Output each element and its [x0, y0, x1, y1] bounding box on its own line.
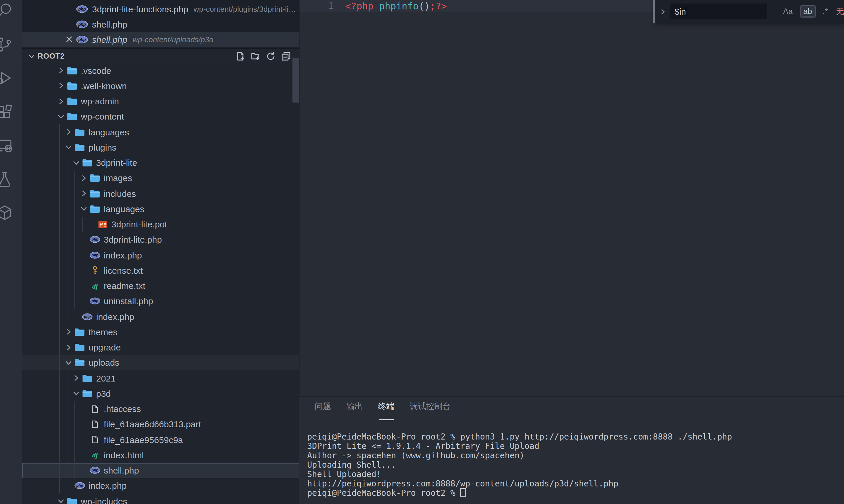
svg-text:P: P [100, 221, 103, 228]
indent-guide [67, 432, 67, 447]
indent-guide [59, 201, 60, 217]
tree-item-uploads[interactable]: uploads [22, 355, 299, 371]
tree-item--htaccess[interactable]: .htaccess [22, 401, 299, 417]
open-editor-item[interactable]: phpshell.php [22, 16, 299, 32]
tree-item-index-php[interactable]: phpindex.php [22, 478, 299, 494]
folder-icon [67, 81, 77, 91]
whole-word-icon[interactable]: ab [800, 5, 815, 18]
tree-item-languages[interactable]: languages [22, 124, 299, 140]
tree-scrollbar[interactable] [292, 58, 299, 103]
tree-item--vscode[interactable]: .vscode [22, 63, 299, 78]
terminal-line: peiqi@PeideMacBook-Pro root2 % [307, 488, 732, 498]
tree-item-license-txt[interactable]: license.txt [22, 263, 299, 278]
terminal-text: 3DPrint Lite <= 1.9.1.4 - Arbitrary File… [307, 441, 539, 451]
open-editor-path: wp-content/plugins/3dprint-li… [194, 4, 296, 13]
regex-icon[interactable]: .* [820, 5, 831, 18]
doc-file-icon [90, 404, 100, 413]
explorer-section-header[interactable]: ROOT2 [22, 48, 299, 63]
indent-guide [59, 371, 60, 386]
chevron-spacer [79, 450, 89, 460]
tree-item-uninstall-php[interactable]: phpuninstall.php [22, 294, 299, 309]
indent-guide [59, 478, 60, 494]
indent-guide [74, 232, 75, 248]
tree-item-p3d[interactable]: p3d [22, 386, 299, 401]
tree-item-wp-includes[interactable]: wp-includes [22, 493, 299, 504]
find-widget-sash[interactable] [653, 0, 655, 23]
tree-item-upgrade[interactable]: upgrade [22, 340, 299, 355]
tree-item-index-php[interactable]: phpindex.php [22, 247, 299, 263]
tree-item-label: images [104, 173, 132, 183]
remote-explorer-icon[interactable] [0, 137, 14, 154]
tree-item-3dprint-lite-pot[interactable]: P3dprint-lite.pot [22, 217, 299, 232]
collapse-all-icon[interactable] [281, 51, 291, 61]
package-box-icon[interactable] [0, 204, 14, 221]
code-token: ; [430, 1, 435, 12]
tree-item-label: uploads [89, 358, 119, 368]
find-options: Aa ab .* [780, 5, 831, 18]
tree-item-plugins[interactable]: plugins [22, 140, 299, 155]
indent-guide [82, 217, 83, 232]
open-editor-item[interactable]: php3dprint-lite-functions.phpwp-content/… [22, 1, 299, 16]
bottom-panel: 问题输出终端调试控制台 peiqi@PeideMacBook-Pro root2… [299, 396, 844, 504]
tree-item-file-61aae95659c9a[interactable]: file_61aae95659c9a [22, 432, 299, 447]
tree-item-images[interactable]: images [22, 170, 299, 186]
panel-tab-问题[interactable]: 问题 [315, 401, 331, 417]
indent-guide [67, 386, 67, 401]
source-control-icon[interactable] [0, 35, 14, 53]
terminal-line: peiqi@PeideMacBook-Pro root2 % python3 1… [307, 432, 732, 441]
chevron-down-icon [64, 358, 73, 367]
find-input[interactable]: $in [670, 3, 767, 19]
indent-guide [74, 463, 75, 478]
tree-item-2021[interactable]: 2021 [22, 371, 299, 386]
tree-item-label: index.php [89, 481, 127, 491]
tree-item--well-known[interactable]: .well-known [22, 78, 299, 94]
folder-icon [67, 112, 77, 121]
search-icon[interactable] [0, 2, 14, 19]
terminal-line: http://peiqiwordpress.com:8888/wp-conten… [307, 479, 732, 488]
tree-item-3dprint-lite[interactable]: 3dprint-lite [22, 155, 299, 170]
open-editor-item[interactable]: phpshell.phpwp-content/uploads/p3d [22, 32, 299, 47]
tree-item-wp-content[interactable]: wp-content [22, 109, 299, 125]
tree-item-wp-admin[interactable]: wp-admin [22, 93, 299, 109]
tree-item-index-php[interactable]: phpindex.php [22, 309, 299, 324]
tree-item-label: file_61aae6d66b313.part [104, 419, 201, 429]
panel-tab-输出[interactable]: 输出 [346, 401, 363, 417]
tree-item-languages[interactable]: languages [22, 201, 299, 217]
new-file-icon[interactable] [236, 51, 245, 61]
new-folder-icon[interactable] [251, 51, 260, 61]
tree-item-label: wp-admin [81, 96, 119, 106]
terminal-text: Uploading Shell... [307, 460, 396, 469]
close-icon[interactable] [65, 35, 74, 44]
panel-tab-终端[interactable]: 终端 [378, 401, 394, 417]
dj-file-icon: dj [90, 450, 100, 460]
activity-bar [0, 0, 22, 504]
indent-guide [59, 355, 60, 371]
tree-item-file-61aae6d66b313-part[interactable]: file_61aae6d66b313.part [22, 417, 299, 432]
match-case-icon[interactable]: Aa [780, 5, 796, 18]
indent-guide [59, 186, 60, 201]
testing-icon[interactable] [0, 170, 14, 188]
tree-item-label: 2021 [96, 373, 116, 383]
code-editor[interactable]: 1 <?php phpinfo();?> $in Aa ab .* 无结果 [299, 0, 844, 396]
indent-guide [74, 401, 75, 417]
folder-icon [74, 327, 85, 337]
tree-item-label: .well-known [81, 81, 127, 91]
tree-item-themes[interactable]: themes [22, 324, 299, 340]
run-and-debug-icon[interactable] [0, 69, 14, 87]
folder-icon [90, 204, 100, 214]
extensions-icon[interactable] [0, 103, 14, 121]
tree-item-3dprint-lite-php[interactable]: php3dprint-lite.php [22, 232, 299, 248]
tree-item-includes[interactable]: includes [22, 186, 299, 201]
text-caret [686, 7, 687, 16]
tree-item-readme-txt[interactable]: djreadme.txt [22, 278, 299, 294]
terminal-output[interactable]: peiqi@PeideMacBook-Pro root2 % python3 1… [307, 432, 732, 498]
panel-tab-调试控制台[interactable]: 调试控制台 [410, 401, 451, 417]
indent-guide [59, 155, 60, 170]
tree-item-index-html[interactable]: djindex.html [22, 447, 299, 463]
refresh-icon[interactable] [266, 51, 275, 61]
tree-item-shell-php[interactable]: phpshell.php [22, 463, 299, 478]
indent-guide [59, 217, 60, 232]
chevron-right-icon[interactable] [659, 7, 667, 16]
file-tree: .vscode.well-knownwp-adminwp-contentlang… [22, 63, 299, 504]
indent-guide [59, 417, 60, 432]
